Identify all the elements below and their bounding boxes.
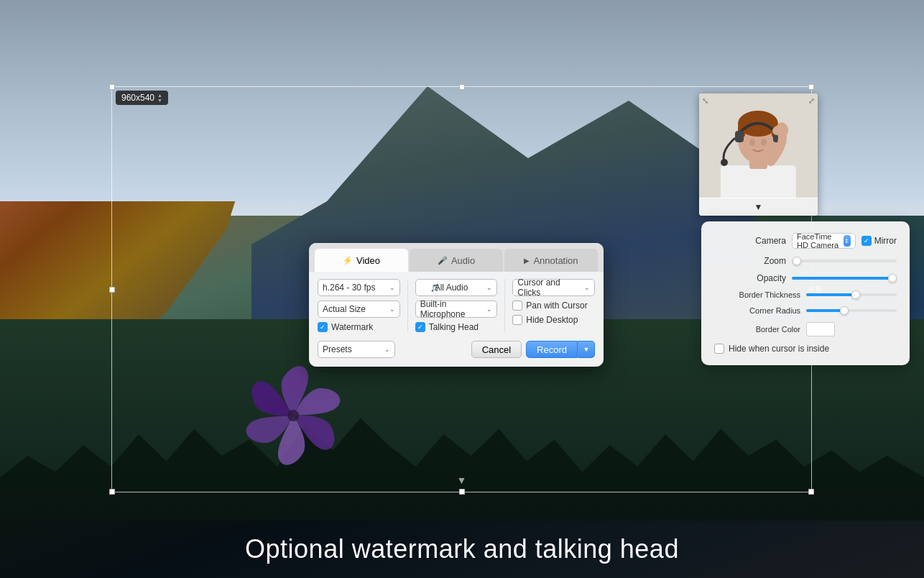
camera-label: Camera (714, 236, 786, 246)
pan-cursor-checkbox[interactable] (512, 301, 522, 311)
tab-annotation[interactable]: ▶ Annotation (504, 249, 598, 272)
talking-head-label: Talking Head (429, 322, 479, 332)
mirror-container[interactable]: ✓ Mirror (861, 236, 897, 246)
microphone-label: Built-in Microphone (420, 299, 487, 319)
bottom-bar: Optional watermark and talking head (0, 520, 924, 578)
audio-source-select[interactable]: 🎵 All Audio ⌄ (415, 279, 498, 296)
watermark-checkbox[interactable]: ✓ (318, 322, 328, 332)
tab-annotation-label: Annotation (533, 255, 578, 266)
size-arrows: ▲▼ (157, 93, 162, 103)
microphone-arrow: ⌄ (486, 306, 492, 313)
cancel-label: Cancel (482, 344, 511, 355)
talking-head-checkbox[interactable]: ✓ (415, 322, 425, 332)
size-badge[interactable]: 960x540 ▲▼ (116, 91, 168, 105)
codec-label: h.264 - 30 fps (323, 283, 375, 293)
presets-select[interactable]: Presets ⌄ (318, 341, 395, 358)
camera-preview-window[interactable]: ⤢ ⤡ ▼ (699, 93, 818, 216)
mirror-checkbox[interactable]: ✓ (861, 236, 872, 246)
pan-cursor-label: Pan with Cursor (526, 301, 587, 311)
opacity-slider[interactable] (792, 277, 897, 280)
cancel-button[interactable]: Cancel (471, 341, 522, 358)
tab-audio[interactable]: 🎤 Audio (410, 249, 503, 272)
corner-radius-row: Corner Radius (714, 306, 897, 315)
border-thickness-row: Border Thickness (714, 290, 897, 299)
corner-radius-slider[interactable] (806, 309, 897, 312)
camera-dropdown-arrow[interactable]: ⇕ (844, 235, 851, 247)
handle-tm[interactable] (459, 84, 465, 90)
hide-cursor-checkbox[interactable] (714, 344, 724, 354)
logo-watermark (238, 360, 349, 472)
camera-preview-image (699, 93, 818, 198)
svg-point-11 (721, 159, 728, 166)
size-label: 960x540 (121, 93, 154, 103)
presets-label: Presets (323, 344, 352, 354)
handle-bl[interactable] (109, 489, 115, 495)
handle-tr[interactable] (808, 84, 814, 90)
video-column: h.264 - 30 fps ⌄ Actual Size ⌄ ✓ Waterma… (318, 279, 400, 332)
audio-tab-icon: 🎤 (438, 256, 448, 265)
camera-row: Camera FaceTime HD Camera ⇕ ✓ Mirror (714, 233, 897, 249)
drag-down-indicator: ▼ (457, 474, 467, 486)
dialog-content-area: h.264 - 30 fps ⌄ Actual Size ⌄ ✓ Waterma… (309, 272, 604, 341)
camera-value: FaceTime HD Camera (797, 232, 844, 249)
record-dialog: ⚡ Video 🎤 Audio ▶ Annotation h.264 - 30 … (309, 243, 604, 367)
handle-tl[interactable] (109, 84, 115, 90)
camera-bottom-handle[interactable]: ▼ (699, 198, 818, 216)
mirror-label: Mirror (874, 236, 897, 246)
audio-column: 🎵 All Audio ⌄ Built-in Microphone ⌄ ✓ Ta… (415, 279, 498, 332)
pan-cursor-row[interactable]: Pan with Cursor (512, 301, 595, 311)
handle-ml[interactable] (109, 287, 115, 293)
record-button-group: Record ▼ (526, 341, 595, 358)
zoom-row: Zoom (714, 256, 897, 266)
cursor-label: Cursor and Clicks (517, 277, 584, 298)
size-arrow: ⌄ (389, 306, 395, 313)
annotation-column: Cursor and Clicks ⌄ Pan with Cursor Hide… (512, 279, 595, 332)
watermark-row[interactable]: ✓ Watermark (318, 322, 400, 332)
collapse-icon[interactable]: ⤡ (702, 96, 708, 106)
border-thickness-thumb[interactable] (851, 290, 860, 299)
hide-desktop-row[interactable]: Hide Desktop (512, 315, 595, 325)
corner-radius-thumb[interactable] (840, 306, 849, 315)
corner-radius-label: Corner Radius (714, 306, 800, 315)
svg-rect-3 (721, 165, 796, 198)
size-select[interactable]: Actual Size ⌄ (318, 301, 400, 318)
zoom-slider[interactable] (792, 260, 897, 262)
hide-cursor-row[interactable]: Hide when cursor is inside (714, 344, 897, 354)
dialog-footer: Presets ⌄ Cancel Record ▼ (309, 341, 604, 367)
record-button[interactable]: Record (526, 341, 578, 358)
tab-video[interactable]: ⚡ Video (315, 249, 408, 272)
record-label: Record (537, 344, 567, 355)
border-thickness-slider[interactable] (806, 293, 897, 296)
size-label: Actual Size (323, 304, 366, 314)
talking-head-row[interactable]: ✓ Talking Head (415, 322, 498, 332)
opacity-thumb[interactable] (888, 274, 897, 283)
microphone-select[interactable]: Built-in Microphone ⌄ (415, 301, 498, 318)
border-color-row: Border Color (714, 322, 897, 336)
column-separator-1 (407, 279, 408, 332)
cursor-arrow: ⌄ (584, 284, 590, 291)
svg-point-12 (749, 139, 755, 146)
tab-video-label: Video (356, 255, 380, 266)
hide-desktop-checkbox[interactable] (512, 315, 522, 325)
audio-icon: 🎵 (430, 284, 439, 292)
camera-settings-panel: Camera FaceTime HD Camera ⇕ ✓ Mirror Zoo… (701, 221, 910, 365)
video-tab-icon: ⚡ (343, 256, 353, 265)
expand-icon[interactable]: ⤢ (808, 96, 815, 106)
audio-source-label: All Audio (420, 283, 468, 293)
bottom-bar-text: Optional watermark and talking head (245, 534, 679, 564)
hide-cursor-label: Hide when cursor is inside (729, 344, 829, 354)
svg-rect-9 (735, 131, 744, 142)
cursor-select[interactable]: Cursor and Clicks ⌄ (512, 279, 595, 296)
zoom-thumb[interactable] (793, 257, 801, 265)
border-color-swatch[interactable] (806, 322, 835, 336)
camera-dropdown[interactable]: FaceTime HD Camera ⇕ (792, 233, 856, 249)
svg-point-0 (287, 410, 299, 421)
tab-audio-label: Audio (451, 255, 475, 266)
handle-br[interactable] (808, 489, 814, 495)
handle-bm[interactable] (459, 489, 465, 495)
annotation-tab-icon: ▶ (524, 257, 530, 265)
svg-point-13 (761, 139, 767, 146)
codec-select[interactable]: h.264 - 30 fps ⌄ (318, 279, 400, 296)
codec-arrow: ⌄ (389, 284, 395, 291)
record-extra-button[interactable]: ▼ (578, 341, 595, 358)
